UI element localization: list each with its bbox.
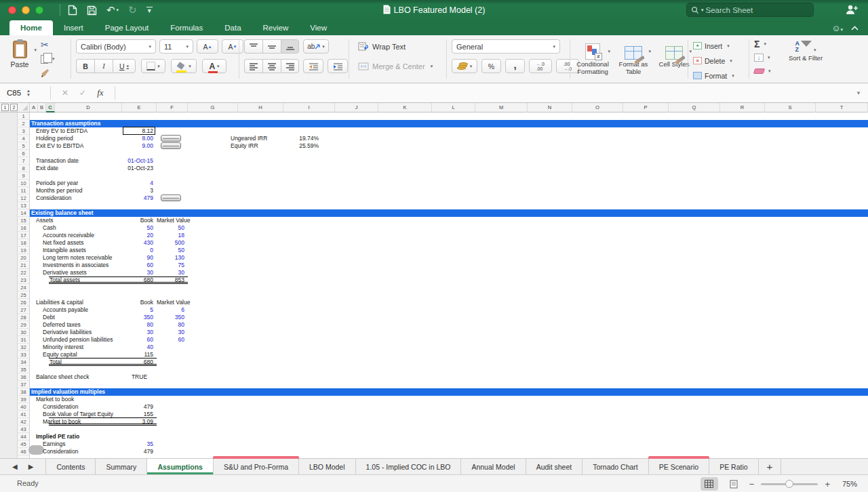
row-label[interactable]: Liabilities & capital (36, 299, 83, 306)
cell-value-f[interactable]: 50 (157, 224, 184, 232)
name-box-stepper[interactable]: ▲▼ (26, 89, 31, 97)
sheet-tab-s-u-and-pro-forma[interactable]: S&U and Pro-Forma (213, 459, 298, 474)
row-number-24[interactable]: 24 (18, 284, 29, 291)
cell-value-e[interactable]: 01-Oct-23 (122, 165, 153, 172)
cell-value-e[interactable]: 8.00 (122, 135, 153, 142)
row-number-4[interactable]: 4 (18, 135, 29, 142)
row-label-h[interactable]: Ungeared IRR (231, 135, 267, 142)
menu-tab-insert[interactable]: Insert (53, 20, 94, 35)
cut-button[interactable]: ✂ (41, 39, 55, 50)
row-label[interactable]: Derivative assets (43, 269, 87, 276)
row-label[interactable]: Earnings (43, 440, 66, 448)
cell-value-e[interactable]: 90 (122, 254, 153, 262)
section-band[interactable]: Implied valuation multiples (30, 388, 868, 396)
column-header-S[interactable]: S (765, 103, 816, 112)
borders-button[interactable]: ▾ (141, 59, 165, 73)
sheet-tab-annual-model[interactable]: Annual Model (460, 459, 525, 474)
align-right-button[interactable] (281, 59, 299, 73)
outline-level-1[interactable]: 1 (1, 104, 9, 111)
add-sheet-button[interactable]: + (758, 459, 782, 474)
cell-value-e[interactable]: 30 (122, 329, 153, 336)
cell-area[interactable]: Transaction assumptionsEntry EV to EBITD… (30, 112, 868, 458)
copy-dropdown-icon[interactable]: ▾ (52, 56, 55, 62)
row-label[interactable]: Consideration (43, 448, 78, 455)
row-number-9[interactable]: 9 (18, 172, 29, 180)
row-number-20[interactable]: 20 (18, 254, 29, 262)
column-header-J[interactable]: J (335, 103, 378, 112)
cell-value-e[interactable]: 01-Oct-15 (122, 157, 153, 165)
increase-decimal-button[interactable]: ←.0.00 (529, 59, 552, 73)
font-color-button[interactable]: A▾ (202, 59, 226, 73)
row-label[interactable]: Debt (43, 314, 55, 321)
row-label[interactable]: Assets (36, 217, 54, 224)
page-layout-view-button[interactable] (725, 477, 743, 491)
column-header-L[interactable]: L (432, 103, 475, 112)
copy-button[interactable]: ▾ (41, 54, 55, 64)
row-number-34[interactable]: 34 (18, 358, 29, 366)
cell-value-f[interactable]: 30 (157, 269, 184, 276)
row-number-33[interactable]: 33 (18, 351, 29, 358)
row-label[interactable]: Transaction date (36, 157, 79, 165)
search-sheet-input[interactable]: ▾ Search Sheet (686, 3, 814, 17)
row-label[interactable]: Consideration (36, 194, 71, 202)
insert-function-icon[interactable]: fx (97, 87, 103, 98)
italic-button[interactable]: I (94, 59, 113, 73)
column-header-B[interactable]: B (38, 103, 46, 112)
column-header-P[interactable]: P (623, 103, 669, 112)
percent-style-button[interactable]: % (481, 59, 501, 73)
cell-value-f[interactable]: 130 (157, 254, 184, 262)
menu-tab-view[interactable]: View (299, 20, 338, 35)
decrease-indent-button[interactable] (303, 59, 323, 73)
row-number-40[interactable]: 40 (18, 403, 29, 411)
column-header-I[interactable]: I (283, 103, 335, 112)
row-number-21[interactable]: 21 (18, 262, 29, 269)
formula-input[interactable] (121, 83, 856, 103)
row-number-31[interactable]: 31 (18, 336, 29, 344)
column-header-H[interactable]: H (238, 103, 283, 112)
row-label[interactable]: Net fixed assets (43, 239, 83, 247)
decrease-font-size-button[interactable]: A▼ (222, 39, 243, 54)
row-number-28[interactable]: 28 (18, 314, 29, 321)
row-number-30[interactable]: 30 (18, 329, 29, 336)
column-header-N[interactable]: N (528, 103, 572, 112)
row-number-10[interactable]: 10 (18, 180, 29, 187)
cell-value-f[interactable]: 60 (157, 336, 184, 344)
cell-value-f[interactable]: Market Value (157, 217, 184, 224)
search-scope-dropdown-icon[interactable]: ▾ (701, 7, 704, 13)
align-bottom-button[interactable] (281, 39, 299, 54)
row-number-2[interactable]: 2 (18, 120, 29, 127)
cell-value-f[interactable]: 30 (157, 329, 184, 336)
cell-value-i[interactable]: 19.74% (271, 135, 319, 142)
cell-value-e[interactable]: 20 (122, 232, 153, 239)
accounting-format-button[interactable]: ▾ (452, 59, 477, 73)
cell-value-e[interactable]: 0 (122, 247, 153, 254)
row-number-32[interactable]: 32 (18, 344, 29, 351)
row-number-41[interactable]: 41 (18, 411, 29, 418)
bold-button[interactable]: B (76, 59, 94, 73)
row-label[interactable]: Holding period (36, 135, 73, 142)
insert-cells-button[interactable]: +Insert▾ (693, 41, 734, 51)
row-number-26[interactable]: 26 (18, 299, 29, 306)
row-label[interactable]: Balance sheet check (36, 373, 89, 381)
cell-value-e[interactable]: 4 (122, 180, 153, 187)
align-top-button[interactable] (244, 39, 262, 54)
section-band[interactable]: Transaction assumptions (30, 120, 868, 127)
cell-value-e[interactable]: 479 (122, 448, 153, 455)
row-number-37[interactable]: 37 (18, 381, 29, 388)
cell-value-f[interactable]: 500 (157, 239, 184, 247)
cell-value-f[interactable]: Market Value (157, 299, 184, 306)
menu-tab-review[interactable]: Review (252, 20, 300, 35)
font-name-select[interactable]: Calibri (Body)▾ (76, 39, 156, 54)
row-number-14[interactable]: 14 (18, 209, 29, 217)
paste-button[interactable]: ▾ Paste (5, 39, 34, 77)
column-header-D[interactable]: D (55, 103, 122, 112)
zoom-out-icon[interactable]: − (749, 479, 755, 489)
wrap-text-button[interactable]: Wrap Text (358, 39, 433, 54)
row-number-22[interactable]: 22 (18, 269, 29, 276)
cell-value-e[interactable]: 3 (122, 187, 153, 194)
row-label[interactable]: Accounts payable (43, 306, 88, 314)
cell-value-f[interactable]: 75 (157, 262, 184, 269)
row-label[interactable]: Implied PE ratio (36, 433, 79, 440)
row-label[interactable]: Market to book (36, 396, 74, 403)
sheet-tab-1-05-implied-coc-in-lbo[interactable]: 1.05 - Implied COC in LBO (355, 459, 461, 474)
